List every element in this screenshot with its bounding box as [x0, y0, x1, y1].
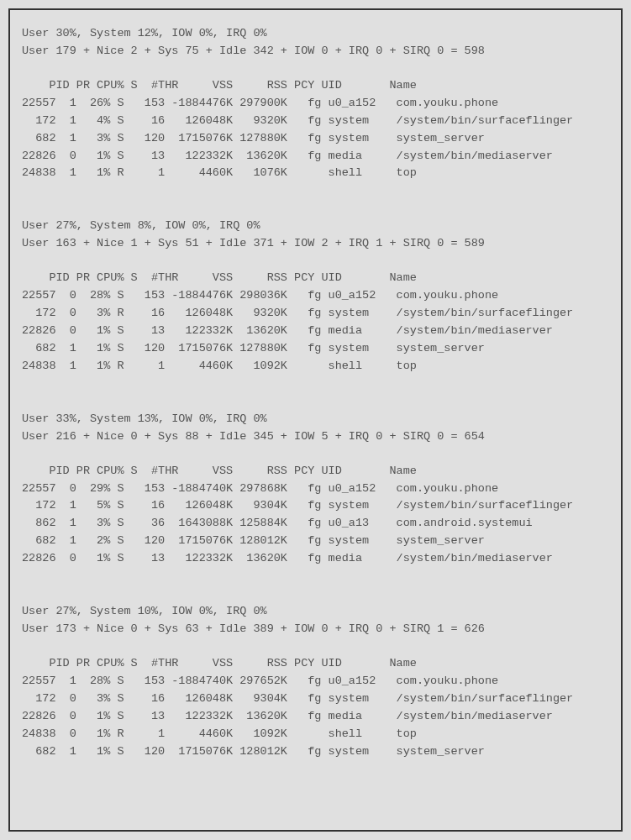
process-row: 862 1 3% S 36 1643088K 125884K fg u0_a13… [22, 515, 609, 533]
process-row: 682 1 1% S 120 1715076K 127880K fg syste… [22, 340, 609, 358]
process-snapshot-block: User 27%, System 10%, IOW 0%, IRQ 0%User… [22, 603, 609, 760]
process-row: 22826 0 1% S 13 122332K 13620K fg media … [22, 148, 609, 165]
process-row: 682 1 2% S 120 1715076K 128012K fg syste… [22, 533, 609, 550]
cpu-summary-line: User 30%, System 12%, IOW 0%, IRQ 0% [22, 25, 609, 43]
process-row: 22557 1 28% S 153 -1884740K 297652K fg u… [22, 673, 609, 690]
cpu-breakdown-line: User 179 + Nice 2 + Sys 75 + Idle 342 + … [22, 43, 609, 60]
process-row: 24838 0 1% R 1 4460K 1092K shell top [22, 726, 609, 743]
process-table-header: PID PR CPU% S #THR VSS RSS PCY UID Name [22, 463, 609, 480]
process-table-header: PID PR CPU% S #THR VSS RSS PCY UID Name [22, 655, 609, 673]
cpu-summary-line: User 27%, System 10%, IOW 0%, IRQ 0% [22, 603, 609, 621]
process-snapshot-block: User 33%, System 13%, IOW 0%, IRQ 0%User… [22, 411, 609, 568]
cpu-summary-line: User 33%, System 13%, IOW 0%, IRQ 0% [22, 411, 609, 428]
process-snapshot-block: User 30%, System 12%, IOW 0%, IRQ 0%User… [22, 25, 609, 182]
process-row: 172 0 3% R 16 126048K 9320K fg system /s… [22, 305, 609, 323]
process-row: 22826 0 1% S 13 122332K 13620K fg media … [22, 323, 609, 340]
cpu-summary-line: User 27%, System 8%, IOW 0%, IRQ 0% [22, 218, 609, 235]
process-row: 22826 0 1% S 13 122332K 13620K fg media … [22, 550, 609, 568]
process-table-header: PID PR CPU% S #THR VSS RSS PCY UID Name [22, 270, 609, 287]
process-row: 22557 0 29% S 153 -1884740K 297868K fg u… [22, 480, 609, 498]
cpu-breakdown-line: User 163 + Nice 1 + Sys 51 + Idle 371 + … [22, 235, 609, 253]
process-table-header: PID PR CPU% S #THR VSS RSS PCY UID Name [22, 77, 609, 95]
process-row: 22557 1 26% S 153 -1884476K 297900K fg u… [22, 95, 609, 113]
cpu-breakdown-line: User 216 + Nice 0 + Sys 88 + Idle 345 + … [22, 428, 609, 446]
process-row: 172 1 5% S 16 126048K 9304K fg system /s… [22, 497, 609, 515]
process-row: 22557 0 28% S 153 -1884476K 298036K fg u… [22, 287, 609, 305]
process-row: 682 1 3% S 120 1715076K 127880K fg syste… [22, 130, 609, 148]
process-snapshot-block: User 27%, System 8%, IOW 0%, IRQ 0%User … [22, 218, 609, 375]
process-row: 22826 0 1% S 13 122332K 13620K fg media … [22, 708, 609, 726]
process-row: 24838 1 1% R 1 4460K 1076K shell top [22, 165, 609, 182]
terminal-output: User 30%, System 12%, IOW 0%, IRQ 0%User… [8, 8, 623, 832]
process-row: 24838 1 1% R 1 4460K 1092K shell top [22, 358, 609, 375]
cpu-breakdown-line: User 173 + Nice 0 + Sys 63 + Idle 389 + … [22, 621, 609, 638]
process-row: 172 0 3% S 16 126048K 9304K fg system /s… [22, 690, 609, 708]
process-row: 682 1 1% S 120 1715076K 128012K fg syste… [22, 743, 609, 761]
process-row: 172 1 4% S 16 126048K 9320K fg system /s… [22, 113, 609, 130]
